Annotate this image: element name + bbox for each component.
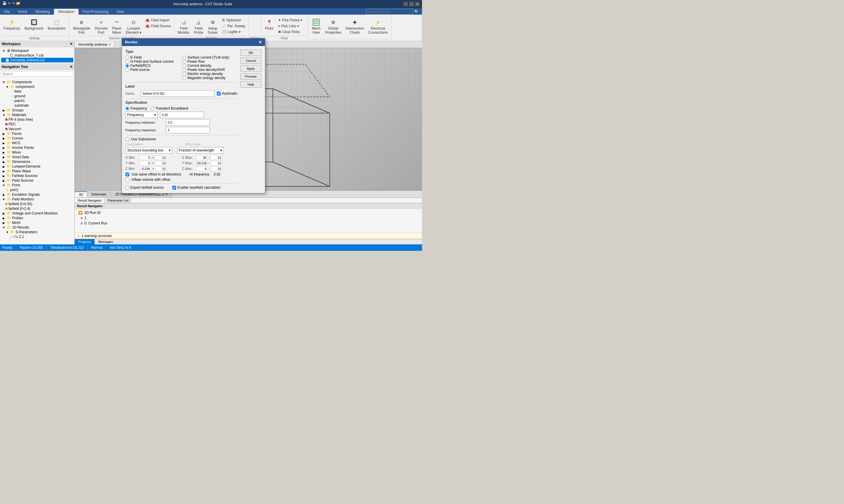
coords-offset-row: Coordinates: Offset type: bbox=[125, 142, 237, 146]
divider-1 bbox=[125, 82, 237, 83]
zmax-offset[interactable] bbox=[211, 166, 222, 171]
ymin-row: Y Min: + bbox=[125, 161, 181, 165]
zmin-row: Z Min: + bbox=[125, 166, 181, 171]
export-label: Export farfield source bbox=[130, 185, 163, 190]
frac-arrow: ▾ bbox=[220, 148, 222, 152]
freq-min-input[interactable] bbox=[166, 119, 210, 126]
spec-freq-label: Frequency bbox=[130, 106, 147, 110]
zmin-input[interactable] bbox=[140, 166, 151, 171]
spec-transient-label: Transient Broadband bbox=[156, 106, 188, 110]
frac-label: Fraction of wavelength bbox=[179, 148, 214, 152]
inflate-checkbox[interactable] bbox=[125, 178, 129, 182]
fraction-wavelength-dropdown[interactable]: Fraction of wavelength ▾ bbox=[177, 147, 224, 154]
spec-transient-radio[interactable]: Transient Broadband bbox=[151, 106, 188, 110]
apply-button[interactable]: Apply bbox=[240, 65, 262, 72]
type-left-col: E-Field H-Field and Surface current Farf… bbox=[125, 55, 174, 80]
ymax-input[interactable] bbox=[196, 161, 208, 165]
frequency-dropdown[interactable]: Frequency ▾ bbox=[125, 112, 158, 118]
divider-3 bbox=[125, 135, 237, 136]
dialog-buttons: OK Cancel Apply Preview Help bbox=[240, 50, 262, 190]
zmax-input[interactable] bbox=[196, 166, 208, 171]
freq-max-label: Frequency maximum: bbox=[125, 128, 163, 132]
type-right-col: Surface current (TLM only) Power flow Cu… bbox=[182, 55, 229, 80]
bbox-offset-dropdowns: Structure bounding box ▾ Fraction of wav… bbox=[125, 147, 237, 154]
ok-button[interactable]: OK bbox=[240, 50, 262, 56]
ymin-input[interactable] bbox=[140, 161, 151, 165]
spec-frequency-radio[interactable]: Frequency bbox=[125, 106, 147, 110]
type-hfield[interactable]: H-Field and Surface current bbox=[125, 59, 174, 64]
at-frequency-value: 0.92 bbox=[214, 172, 220, 176]
nearfield-checkbox[interactable] bbox=[172, 186, 176, 190]
zmax-row: Z Max: - bbox=[182, 166, 238, 171]
inflate-label: Inflate volume with offset bbox=[131, 178, 170, 182]
type-efield[interactable]: E-Field bbox=[125, 55, 174, 59]
automatic-label: Automatic bbox=[222, 91, 237, 95]
export-nearfield-row: Export farfield source Enable nearfield … bbox=[125, 185, 237, 190]
nearfield-row[interactable]: Enable nearfield calculation bbox=[172, 185, 220, 190]
monitor-dialog: Monitor ✕ Type E-Field H-Field and Surfa… bbox=[122, 38, 265, 193]
nearfield-label: Enable nearfield calculation bbox=[177, 185, 220, 190]
ymin-label: Y Min: bbox=[125, 161, 139, 165]
same-offset-label: Use same offset in all directions bbox=[131, 172, 181, 176]
divider-4 bbox=[125, 183, 237, 184]
xmin-input[interactable] bbox=[140, 155, 151, 160]
type-current-density[interactable]: Current density bbox=[182, 64, 229, 68]
preview-button[interactable]: Preview bbox=[240, 73, 262, 80]
zmax-label: Z Max: bbox=[182, 167, 195, 171]
freq-min-label: Frequency minimum: bbox=[125, 121, 163, 124]
type-electric-energy[interactable]: Electric energy density bbox=[182, 72, 229, 76]
subvolume-label: Use Subvolume bbox=[131, 137, 156, 141]
same-offset-row: Use same offset in all directions At fre… bbox=[125, 172, 237, 176]
offset-type-label: Offset type: bbox=[185, 142, 201, 146]
inflate-row: Inflate volume with offset bbox=[125, 178, 237, 182]
bbox-label: Structure bounding box bbox=[127, 148, 163, 152]
divider-2 bbox=[125, 98, 237, 99]
subvolume-checkbox[interactable] bbox=[125, 138, 129, 141]
xmax-offset[interactable] bbox=[211, 155, 222, 160]
zmin-offset[interactable] bbox=[155, 166, 167, 171]
modal-overlay: Monitor ✕ Type E-Field H-Field and Surfa… bbox=[0, 0, 422, 252]
spec-section-label: Specification bbox=[125, 101, 237, 105]
coord-grid: X Min: + X Max: - Y Min: bbox=[125, 155, 237, 171]
dialog-main: Type E-Field H-Field and Surface current… bbox=[125, 50, 237, 190]
dropdown-arrow: ▾ bbox=[154, 113, 156, 117]
name-label: Name: bbox=[125, 92, 139, 95]
dialog-close-button[interactable]: ✕ bbox=[258, 40, 262, 44]
automatic-checkbox-row: Automatic bbox=[217, 91, 237, 95]
frequency-value-input[interactable] bbox=[160, 112, 204, 118]
structure-bbox-dropdown[interactable]: Structure bounding box ▾ bbox=[125, 147, 172, 154]
name-input[interactable] bbox=[141, 90, 215, 97]
type-power-loss[interactable]: Power loss density/SAR bbox=[182, 68, 229, 72]
export-row[interactable]: Export farfield source bbox=[125, 185, 163, 190]
dialog-title-bar: Monitor ✕ bbox=[122, 38, 265, 46]
freq-max-input[interactable] bbox=[166, 127, 210, 133]
cancel-button[interactable]: Cancel bbox=[240, 57, 262, 64]
label-section-label: Label bbox=[125, 84, 237, 89]
type-surface-current[interactable]: Surface current (TLM only) bbox=[182, 55, 229, 59]
freq-max-row: Frequency maximum: bbox=[125, 127, 237, 133]
freq-dropdown-row: Frequency ▾ bbox=[125, 112, 237, 118]
type-power-flow[interactable]: Power flow bbox=[182, 59, 229, 64]
type-farfield[interactable]: Farfield/RCS bbox=[125, 64, 174, 68]
zmin-label: Z Min: bbox=[125, 167, 139, 171]
name-row: Name: Automatic bbox=[125, 90, 237, 97]
spec-radio-row: Frequency Transient Broadband bbox=[125, 106, 237, 110]
ymax-label: Y Max: bbox=[182, 161, 195, 165]
at-frequency-label: At frequency: bbox=[189, 172, 210, 176]
xmax-input[interactable] bbox=[196, 155, 208, 160]
dialog-title: Monitor bbox=[125, 40, 138, 44]
xmin-offset[interactable] bbox=[155, 155, 167, 160]
automatic-checkbox[interactable] bbox=[217, 92, 221, 95]
type-fieldsource[interactable]: Field source bbox=[125, 68, 174, 72]
ymax-offset[interactable] bbox=[211, 161, 222, 165]
ymin-offset[interactable] bbox=[155, 161, 167, 165]
bbox-arrow: ▾ bbox=[169, 148, 170, 152]
xmax-label: X Max: bbox=[182, 156, 195, 160]
help-button[interactable]: Help bbox=[240, 81, 262, 88]
freq-dropdown-label: Frequency bbox=[127, 113, 144, 117]
xmax-row: X Max: - bbox=[182, 155, 238, 160]
type-magnetic-energy[interactable]: Magnetic energy density bbox=[182, 76, 229, 80]
freq-min-row: Frequency minimum: bbox=[125, 119, 237, 126]
export-checkbox[interactable] bbox=[125, 186, 129, 190]
same-offset-checkbox[interactable] bbox=[125, 173, 129, 176]
